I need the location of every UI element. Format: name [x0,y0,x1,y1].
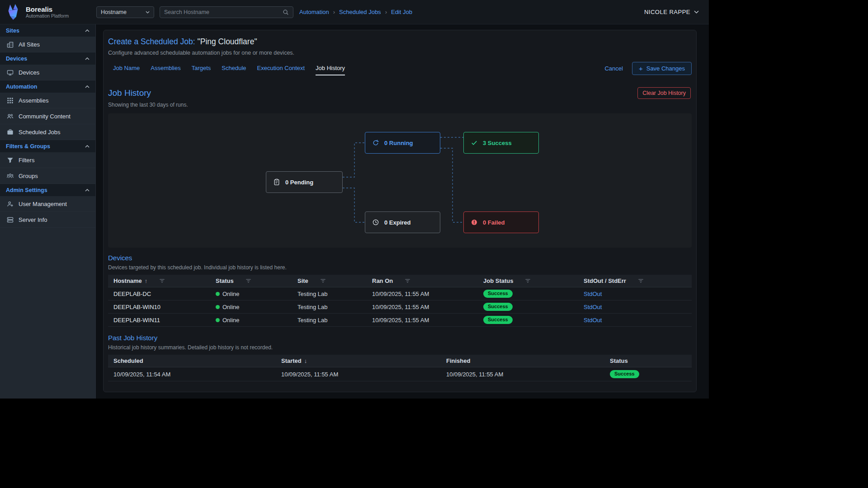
status-cell: Online [210,314,292,326]
past-job-history-heading: Past Job History [108,334,157,342]
status-badge: Success [483,303,513,311]
flow-box-running[interactable]: 0 Running [365,132,440,154]
top-bar: Borealis Automation Platform Hostname Au… [0,0,709,24]
breadcrumb-edit-job[interactable]: Edit Job [391,9,412,15]
breadcrumb-automation[interactable]: Automation [299,9,329,15]
column-header-job-status[interactable]: Job Status [478,275,578,287]
tab-schedule[interactable]: Schedule [222,65,246,75]
chevron-down-icon [694,10,699,14]
brand-name: Borealis [26,5,69,13]
buildings-icon [7,41,14,48]
sidebar-item-server-info[interactable]: Server Info [0,212,95,228]
tab-targets[interactable]: Targets [192,65,211,75]
section-label: Devices [6,56,27,62]
ran-on-cell: 10/09/2025, 11:55 AM [367,300,478,313]
started-cell: 10/09/2025, 11:55 AM [276,367,441,381]
job-history-heading: Job History [108,88,151,98]
search-input[interactable] [164,9,283,15]
column-header-scheduled[interactable]: Scheduled [108,355,276,367]
sidebar-item-label: Community Content [19,113,71,120]
chevron-up-icon [85,29,90,32]
column-header-status[interactable]: Status [604,355,692,367]
sidebar-section-sites[interactable]: Sites [0,24,95,37]
funnel-icon [7,157,14,164]
brand-subtitle: Automation Platform [26,13,69,19]
success-count: 3 [483,140,486,146]
plus-icon: + [639,65,643,72]
sidebar-section-devices[interactable]: Devices [0,52,95,65]
filter-icon[interactable] [525,278,531,284]
column-label: StdOut / StdErr [584,277,626,284]
filter-icon[interactable] [159,278,165,284]
job-status-cell: Success [478,314,578,326]
online-dot-icon [216,305,220,309]
breadcrumb: Automation › Scheduled Jobs › Edit Job [299,9,412,15]
tab-job-history[interactable]: Job History [316,65,345,75]
past-job-history-header-row: Past Job History [108,334,692,342]
site-cell: Testing Lab [292,287,367,300]
job-history-description: Showing the last 30 days of runs. [108,102,692,108]
sidebar-item-user-management[interactable]: User Management [0,196,95,212]
past-table-header: Scheduled Started ↓ Finished Status [108,355,692,367]
stdout-link[interactable]: StdOut [584,317,602,324]
hostname-select[interactable]: Hostname [96,6,154,18]
column-header-started[interactable]: Started ↓ [276,355,441,367]
sidebar-item-community-content[interactable]: Community Content [0,108,95,124]
flow-box-failed[interactable]: 0 Failed [463,211,539,233]
page-title: Create a Scheduled Job: "Ping Cloudflare… [108,37,692,47]
stdout-link[interactable]: StdOut [584,304,602,310]
sidebar-item-all-sites[interactable]: All Sites [0,37,95,52]
filter-icon[interactable] [245,278,251,284]
breadcrumb-scheduled-jobs[interactable]: Scheduled Jobs [339,9,381,15]
sidebar-item-filters[interactable]: Filters [0,152,95,168]
column-header-hostname[interactable]: Hostname ↑ [108,275,210,287]
tab-job-name[interactable]: Job Name [113,65,140,75]
filter-icon[interactable] [320,278,326,284]
sidebar-item-scheduled-jobs[interactable]: Scheduled Jobs [0,124,95,140]
sidebar-section-admin-settings[interactable]: Admin Settings [0,184,95,196]
edit-job-card: Create a Scheduled Job: "Ping Cloudflare… [103,30,697,392]
sort-asc-icon[interactable]: ↑ [145,277,148,284]
search-icon[interactable] [283,9,289,15]
status-text: Online [222,317,240,324]
table-row: DEEPLAB-WIN10 Online Testing Lab 10/09/2… [108,300,692,314]
main-content: Create a Scheduled Job: "Ping Cloudflare… [96,24,709,399]
column-header-status[interactable]: Status [210,275,292,287]
filter-icon[interactable] [638,278,644,284]
sidebar-item-groups[interactable]: Groups [0,168,95,184]
sidebar-item-devices[interactable]: Devices [0,65,95,80]
column-header-site[interactable]: Site [292,275,367,287]
breadcrumb-separator-icon: › [333,9,335,15]
running-label: Running [389,140,413,146]
hostname-select-value: Hostname [101,9,127,15]
past-job-history-table: Scheduled Started ↓ Finished Status 10/0… [108,355,692,381]
save-changes-button[interactable]: + Save Changes [632,62,692,75]
column-header-finished[interactable]: Finished [441,355,604,367]
flow-box-pending[interactable]: 0 Pending [266,171,343,193]
save-changes-label: Save Changes [646,65,685,72]
brand[interactable]: Borealis Automation Platform [0,4,96,21]
flow-box-expired[interactable]: 0 Expired [365,211,440,233]
sidebar-item-assemblies[interactable]: Assemblies [0,93,95,108]
tab-execution-context[interactable]: Execution Context [257,65,305,75]
sidebar-item-label: User Management [19,201,67,207]
section-label: Automation [6,84,37,90]
clear-job-history-button[interactable]: Clear Job History [637,87,691,99]
user-menu[interactable]: NICOLE RAPPE [644,9,699,15]
chevron-up-icon [85,145,90,148]
cancel-button[interactable]: Cancel [604,65,623,72]
sidebar-section-filters-groups[interactable]: Filters & Groups [0,140,95,152]
sidebar-section-automation[interactable]: Automation [0,80,95,93]
briefcase-icon [7,129,14,136]
column-header-stdout-stderr[interactable]: StdOut / StdErr [578,275,692,287]
job-status-cell: Success [478,287,578,300]
devices-description: Devices targeted by this scheduled job. … [108,264,692,271]
flow-box-success[interactable]: 3 Success [463,132,539,154]
filter-icon[interactable] [405,278,410,284]
tab-assemblies[interactable]: Assemblies [151,65,180,75]
check-icon [471,139,478,146]
sort-desc-icon[interactable]: ↓ [304,357,307,364]
devices-header-row: Devices [108,254,692,262]
column-header-ran-on[interactable]: Ran On [367,275,478,287]
stdout-link[interactable]: StdOut [584,291,602,297]
